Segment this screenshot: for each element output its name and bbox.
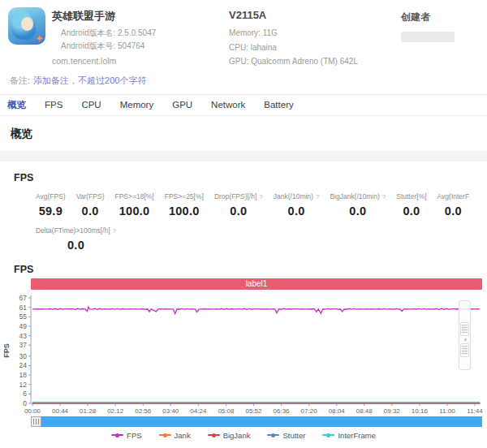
svg-text:05:52: 05:52	[245, 407, 262, 415]
stat-label: FPS>=25[%]	[165, 192, 204, 200]
svg-text:43: 43	[19, 331, 28, 339]
x-axis-scrollbar	[31, 416, 482, 427]
tab-overview[interactable]: 概览	[7, 99, 26, 111]
fps-stats-row-2: Delta(FTime)>100ms[/h]? 0.0	[0, 221, 487, 252]
svg-text:0: 0	[23, 399, 27, 407]
package-name: com.tencent.lolm	[52, 56, 156, 66]
annotation-label-bar: label1	[31, 278, 482, 290]
fps-chart-section: FPS label1 0612182430374349556167FPS00:0…	[0, 253, 487, 440]
stat-avg-interframe: Avg(InterF 0.0	[437, 187, 470, 218]
help-icon[interactable]: ?	[316, 193, 319, 200]
fps-line-chart-canvas[interactable]: 0612182430374349556167FPS00:0000:4401:28…	[0, 294, 487, 416]
legend-marker	[111, 434, 123, 436]
svg-text:01:28: 01:28	[80, 407, 97, 415]
stat-value: 100.0	[114, 205, 153, 218]
y-zoom-handle-top[interactable]	[460, 322, 469, 336]
svg-text:10:16: 10:16	[412, 407, 429, 415]
tab-network[interactable]: Network	[211, 100, 245, 110]
note-label: 备注:	[10, 75, 30, 85]
stat-drop-fps: Drop(FPS)[/h]? 0.0	[214, 187, 263, 218]
scrollbar-track[interactable]	[41, 416, 482, 427]
stat-value: 0.0	[76, 205, 105, 218]
stat-label: Drop(FPS)[/h]?	[214, 192, 263, 200]
stat-label: Avg(FPS)	[36, 192, 66, 200]
stat-value: 0.0	[396, 205, 426, 218]
stat-jank: Jank(/10min)? 0.0	[274, 187, 320, 218]
legend-label: BigJank	[223, 431, 251, 440]
legend-label: Jank	[175, 431, 191, 440]
svg-text:06:36: 06:36	[274, 407, 291, 415]
stat-fps-ge-18: FPS>=18[%] 100.0	[114, 187, 153, 218]
fps-stats-row-1: Avg(FPS) 59.9 Var(FPS) 0.0 FPS>=18[%] 10…	[0, 187, 487, 218]
device-cpu: CPU: lahaina	[229, 41, 398, 55]
device-info-block: V2115A Memory: 11G CPU: lahaina GPU: Qua…	[229, 7, 398, 69]
svg-text:18: 18	[19, 371, 28, 379]
svg-text:11:00: 11:00	[439, 407, 455, 415]
legend-label: FPS	[127, 431, 141, 440]
svg-text:55: 55	[19, 312, 28, 321]
stat-fps-ge-25: FPS>=25[%] 100.0	[165, 187, 204, 218]
svg-text:02:56: 02:56	[135, 407, 152, 415]
legend-marker	[267, 434, 279, 436]
legend-marker	[208, 434, 220, 436]
svg-text:08:48: 08:48	[356, 407, 373, 415]
stat-value: 0.0	[437, 205, 470, 218]
stat-value: 0.0	[330, 205, 386, 218]
legend-item-stutter[interactable]: Stutter	[267, 431, 305, 440]
stat-bigjank: BigJank(/10min)? 0.0	[330, 187, 386, 218]
svg-text:FPS: FPS	[2, 343, 11, 358]
device-gpu: GPU: Qualcomm Adreno (TM) 642L	[229, 54, 398, 69]
tab-gpu[interactable]: GPU	[172, 100, 192, 110]
tab-battery[interactable]: Battery	[264, 100, 293, 110]
svg-text:00:44: 00:44	[52, 407, 69, 415]
fps-chart[interactable]: 0612182430374349556167FPS00:0000:4401:28…	[0, 294, 487, 416]
note-row: 备注:添加备注，不超过200个字符	[0, 69, 487, 94]
app-info-block: ✦ 英雄联盟手游 Android版本名: 2.5.0.5047 Android版…	[8, 7, 229, 66]
creator-name-redacted	[401, 32, 455, 42]
app-icon-art-face	[21, 17, 33, 31]
stat-var-fps: Var(FPS) 0.0	[76, 187, 105, 218]
help-icon[interactable]: ?	[382, 193, 386, 200]
y-axis-zoom-slider[interactable]	[459, 300, 471, 370]
legend-marker	[322, 434, 334, 436]
legend-item-fps[interactable]: FPS	[111, 431, 141, 440]
add-note-link[interactable]: 添加备注，不超过200个字符	[33, 75, 146, 85]
app-icon: ✦	[8, 7, 45, 45]
android-version-code: Android版本号: 504764	[61, 40, 156, 53]
stat-value: 0.0	[36, 239, 116, 252]
svg-text:37: 37	[19, 341, 28, 349]
stat-delta-ftime: Delta(FTime)>100ms[/h]? 0.0	[36, 221, 116, 252]
legend-item-jank[interactable]: Jank	[159, 431, 191, 440]
legend-item-bigjank[interactable]: BigJank	[208, 431, 251, 440]
creator-block: 创建者	[401, 7, 479, 42]
help-icon[interactable]: ?	[113, 227, 116, 235]
legend-label: Stutter	[282, 431, 305, 440]
y-zoom-handle-bottom[interactable]	[460, 343, 469, 357]
stat-value: 0.0	[214, 205, 263, 218]
device-memory: Memory: 11G	[229, 26, 398, 41]
stat-value: 100.0	[165, 205, 204, 218]
device-model: V2115A	[229, 9, 398, 21]
stat-label: BigJank(/10min)?	[330, 192, 386, 200]
tab-fps[interactable]: FPS	[45, 100, 62, 110]
app-icon-star: ✦	[35, 32, 44, 45]
fps-chart-title: FPS	[0, 253, 487, 278]
tab-cpu[interactable]: CPU	[81, 100, 101, 110]
scrollbar-drag-handle[interactable]	[31, 416, 41, 427]
legend-label: InterFrame	[338, 431, 375, 440]
legend-item-interframe[interactable]: InterFrame	[322, 431, 375, 440]
tab-memory[interactable]: Memory	[120, 100, 154, 110]
svg-text:09:32: 09:32	[384, 407, 401, 415]
svg-text:02:12: 02:12	[107, 407, 124, 415]
android-version-name: Android版本名: 2.5.0.5047	[61, 27, 156, 40]
stat-label: FPS>=18[%]	[114, 192, 153, 200]
report-header: ✦ 英雄联盟手游 Android版本名: 2.5.0.5047 Android版…	[0, 0, 487, 69]
help-icon[interactable]: ?	[259, 193, 262, 200]
overview-section-title: 概览	[0, 116, 487, 151]
report-tabs: 概览 FPS CPU Memory GPU Network Battery	[0, 94, 487, 116]
svg-text:07:20: 07:20	[301, 407, 318, 415]
section-divider-band	[0, 151, 487, 162]
stat-label: Delta(FTime)>100ms[/h]?	[36, 226, 116, 235]
svg-text:6: 6	[23, 390, 27, 398]
app-meta: 英雄联盟手游 Android版本名: 2.5.0.5047 Android版本号…	[52, 7, 156, 66]
